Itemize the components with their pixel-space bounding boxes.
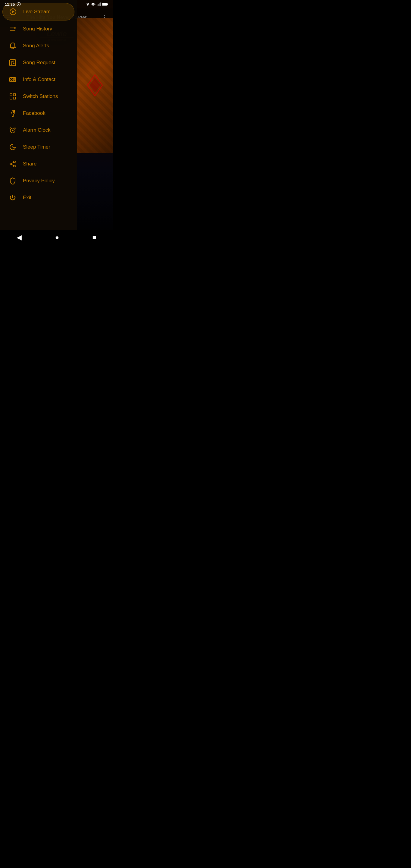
menu-item-song-history[interactable]: Song History [2, 21, 74, 37]
svg-rect-4 [99, 3, 99, 6]
svg-rect-40 [13, 94, 15, 96]
svg-rect-7 [102, 3, 107, 5]
svg-rect-31 [10, 60, 16, 66]
side-drawer: Live StreamSong HistorySong AlertsSong R… [0, 0, 77, 245]
back-button[interactable]: ◀ [17, 234, 22, 241]
menu-item-sleep-timer[interactable]: Sleep Timer [2, 138, 74, 156]
signal-icon [97, 2, 101, 6]
menu-label-alarm-clock: Alarm Clock [23, 127, 51, 133]
svg-marker-1 [19, 4, 20, 5]
menu-item-song-alerts[interactable]: Song Alerts [2, 37, 74, 54]
wifi-icon [91, 2, 96, 6]
menu-item-song-request[interactable]: Song Request [2, 54, 74, 71]
svg-line-49 [12, 164, 14, 166]
power-icon [8, 193, 17, 202]
menu-item-info-contact[interactable]: Info & Contact [2, 71, 74, 88]
location-icon [86, 2, 90, 6]
alarm-icon [8, 126, 17, 134]
play-indicator-icon [17, 2, 21, 6]
menu-label-share: Share [23, 161, 36, 167]
battery-icon [102, 2, 108, 6]
info-card-icon [8, 75, 17, 84]
menu-label-switch-stations: Switch Stations [23, 93, 58, 99]
menu-item-privacy-policy[interactable]: Privacy Policy [2, 173, 74, 189]
bottom-nav: ◀ ● ■ [0, 230, 113, 245]
menu-item-switch-stations[interactable]: Switch Stations [2, 88, 74, 105]
svg-rect-3 [98, 4, 98, 6]
bell-icon [8, 41, 17, 50]
status-time: 11:35 [5, 2, 15, 7]
panel-graphic [86, 73, 104, 97]
home-button[interactable]: ● [55, 234, 59, 241]
svg-rect-5 [100, 2, 101, 6]
svg-point-33 [13, 63, 14, 64]
status-left: 11:35 [5, 2, 21, 7]
menu-label-song-request: Song Request [23, 60, 56, 66]
menu-label-exit: Exit [23, 195, 31, 201]
svg-rect-39 [10, 94, 12, 96]
play-circle-icon [9, 7, 17, 16]
menu-label-song-history: Song History [23, 26, 52, 32]
right-panel-bg [77, 18, 113, 153]
share-icon [8, 160, 17, 168]
svg-line-50 [12, 162, 14, 164]
grid-icon [8, 92, 17, 101]
recents-button[interactable]: ■ [92, 234, 96, 241]
svg-point-47 [10, 163, 12, 165]
music-list-icon [8, 25, 17, 33]
menu-label-facebook: Facebook [23, 110, 45, 116]
svg-rect-41 [10, 97, 12, 99]
svg-marker-25 [12, 10, 14, 13]
music-note-box-icon [8, 59, 17, 67]
menu-item-share[interactable]: Share [2, 156, 74, 173]
svg-point-48 [13, 165, 15, 167]
menu-label-privacy-policy: Privacy Policy [23, 178, 55, 184]
svg-rect-42 [13, 97, 15, 99]
right-panel-inner [77, 18, 113, 153]
facebook-icon [8, 109, 17, 118]
status-bar: 11:35 [0, 0, 113, 8]
menu-label-song-alerts: Song Alerts [23, 43, 49, 49]
svg-rect-2 [97, 4, 97, 6]
menu-item-exit[interactable]: Exit [2, 189, 74, 206]
svg-rect-8 [107, 4, 108, 5]
menu-item-facebook[interactable]: Facebook [2, 105, 74, 122]
svg-point-46 [13, 161, 15, 163]
status-right [86, 2, 108, 6]
svg-point-35 [10, 79, 12, 81]
menu-item-alarm-clock[interactable]: Alarm Clock [2, 122, 74, 138]
menu-label-sleep-timer: Sleep Timer [23, 144, 50, 150]
shield-icon [8, 177, 17, 185]
menu-label-info-contact: Info & Contact [23, 76, 56, 83]
menu-label-live-stream: Live Stream [23, 9, 51, 15]
svg-point-32 [11, 64, 12, 65]
moon-icon [8, 143, 17, 151]
